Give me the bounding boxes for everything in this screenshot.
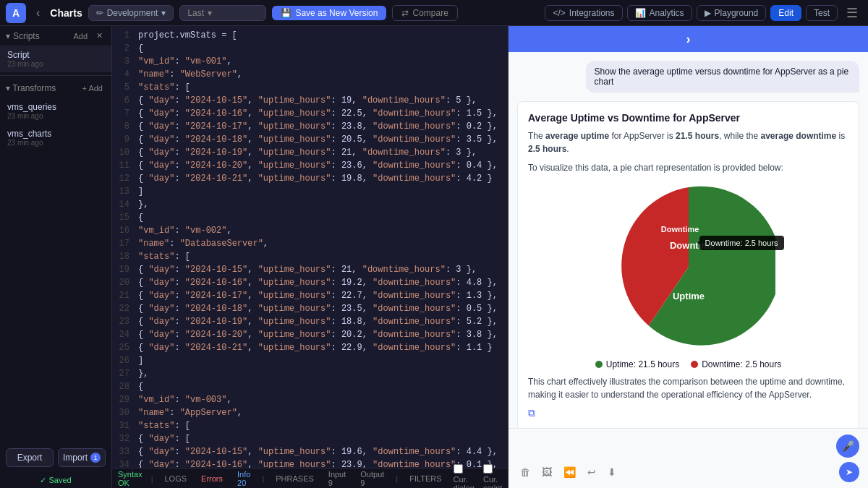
line-number: 7 xyxy=(112,107,138,120)
filters-tab[interactable]: FILTERS xyxy=(407,474,444,483)
branch-selector[interactable]: ✏ Development ▾ xyxy=(88,5,174,21)
line-number: 27 xyxy=(112,367,138,380)
chart-description-1: The average uptime for AppServer is 21.5… xyxy=(528,129,848,155)
scripts-toggle[interactable]: ▾ Scripts xyxy=(6,31,40,41)
sidebar-bottom: Export Import 1 xyxy=(0,442,111,473)
line-number: 5 xyxy=(112,81,138,94)
back-button[interactable]: ‹ xyxy=(32,5,44,21)
line-content: { "day": "2024-10-15", "uptime_hours": 2… xyxy=(138,263,477,276)
line-number: 11 xyxy=(112,159,138,172)
code-line-6: 6 { "day": "2024-10-15", "uptime_hours":… xyxy=(112,94,508,107)
code-line-8: 8 { "day": "2024-10-17", "uptime_hours":… xyxy=(112,120,508,133)
line-content: { "day": "2024-10-21", "uptime_hours": 2… xyxy=(138,341,493,354)
line-content: { "day": "2024-10-15", "uptime_hours": 1… xyxy=(138,445,498,458)
import-button[interactable]: Import 1 xyxy=(58,448,106,467)
line-content: { xyxy=(138,42,143,55)
code-line-9: 9 { "day": "2024-10-18", "uptime_hours":… xyxy=(112,133,508,146)
code-line-20: 20 { "day": "2024-10-16", "uptime_hours"… xyxy=(112,276,508,289)
edit-button[interactable]: Edit xyxy=(770,5,801,21)
export-button[interactable]: Export xyxy=(6,448,54,467)
panel-toggle-button[interactable]: › xyxy=(686,32,691,47)
code-content[interactable]: 1project.vmStats = [2 {3 "vm_id": "vm-00… xyxy=(112,26,508,468)
sidebar-item-vms-queries[interactable]: vms_queries 23 min ago xyxy=(0,98,111,124)
line-number: 19 xyxy=(112,263,138,276)
code-line-11: 11 { "day": "2024-10-20", "uptime_hours"… xyxy=(112,159,508,172)
info-tab[interactable]: Info 20 xyxy=(234,470,253,487)
code-line-29: 29 "vm_id": "vm-003", xyxy=(112,393,508,406)
chat-assistant-response: Average Uptime vs Downtime for AppServer… xyxy=(517,101,859,428)
line-content: { "day": "2024-10-16", "uptime_hours": 2… xyxy=(138,107,498,120)
image-button[interactable]: 🖼 xyxy=(539,463,555,481)
mic-button[interactable]: 🎤 xyxy=(836,435,859,458)
errors-tab[interactable]: Errors xyxy=(198,474,226,483)
line-number: 20 xyxy=(112,276,138,289)
analytics-icon: 📊 xyxy=(635,8,646,18)
playground-button[interactable]: ▶ Playground xyxy=(697,5,767,21)
output-tab[interactable]: Output 9 xyxy=(357,470,387,487)
download-button[interactable]: ⬇ xyxy=(605,463,619,481)
analytics-button[interactable]: 📊 Analytics xyxy=(627,5,692,21)
compare-button[interactable]: ⇄ Compare xyxy=(392,5,457,21)
rewind-button[interactable]: ⏪ xyxy=(561,463,579,481)
line-number: 4 xyxy=(112,68,138,81)
cur-script-checkbox[interactable] xyxy=(483,464,493,474)
line-number: 13 xyxy=(112,185,138,198)
line-content: "name": "DatabaseServer", xyxy=(138,237,268,250)
code-line-5: 5 "stats": [ xyxy=(112,81,508,94)
chart-description-2: To visualize this data, a pie chart repr… xyxy=(528,161,848,174)
trash-chat-button[interactable]: 🗑 xyxy=(517,463,533,481)
line-number: 16 xyxy=(112,224,138,237)
line-number: 12 xyxy=(112,172,138,185)
code-line-21: 21 { "day": "2024-10-17", "uptime_hours"… xyxy=(112,289,508,302)
line-content: ] xyxy=(138,354,143,367)
code-line-13: 13 ] xyxy=(112,185,508,198)
add-script-button[interactable]: Add xyxy=(70,31,90,41)
code-line-14: 14 }, xyxy=(112,198,508,211)
code-line-22: 22 { "day": "2024-10-18", "uptime_hours"… xyxy=(112,302,508,315)
svg-text:Downtime: Downtime xyxy=(660,225,699,234)
phrases-tab[interactable]: PHRASES xyxy=(273,474,317,483)
user-bubble: Show the average uptime versus downtime … xyxy=(586,61,859,93)
logs-tab[interactable]: LOGS xyxy=(162,474,190,483)
integrations-icon: </> xyxy=(553,8,565,18)
cur-dialog-checkbox[interactable] xyxy=(454,464,463,474)
transforms-toggle[interactable]: ▾ Transforms xyxy=(6,83,56,93)
line-content: { "day": "2024-10-18", "uptime_hours": 2… xyxy=(138,302,498,315)
close-scripts-button[interactable]: ✕ xyxy=(93,30,106,41)
undo-button[interactable]: ↩ xyxy=(584,463,599,481)
code-line-26: 26 ] xyxy=(112,354,508,367)
vms-queries-time: 23 min ago xyxy=(7,112,104,120)
add-transform-button[interactable]: + Add xyxy=(80,83,106,93)
transforms-add-area: + Add xyxy=(80,83,106,93)
input-tab[interactable]: Input 9 xyxy=(326,470,349,487)
test-button[interactable]: Test xyxy=(806,5,838,21)
line-content: { "day": "2024-10-19", "uptime_hours": 1… xyxy=(138,315,498,328)
code-line-10: 10 { "day": "2024-10-19", "uptime_hours"… xyxy=(112,146,508,159)
compare-icon: ⇄ xyxy=(401,8,409,18)
line-number: 3 xyxy=(112,55,138,68)
line-number: 15 xyxy=(112,211,138,224)
last-selector[interactable]: Last ▾ xyxy=(179,5,266,21)
line-number: 8 xyxy=(112,120,138,133)
send-button[interactable]: ➤ xyxy=(839,462,859,482)
chat-area: Show the average uptime versus downtime … xyxy=(509,52,868,428)
integrations-button[interactable]: </> Integrations xyxy=(545,5,622,21)
line-content: { xyxy=(138,211,143,224)
save-icon: 💾 xyxy=(281,8,292,18)
pie-chart-svg: Downtime Uptime Uptime Downtime xyxy=(602,180,775,354)
code-line-30: 30 "name": "AppServer", xyxy=(112,406,508,419)
app-title: Charts xyxy=(50,7,82,19)
copy-icon[interactable]: ⧉ xyxy=(528,407,535,419)
compare-label: Compare xyxy=(412,8,448,18)
line-content: { "day": "2024-10-19", "uptime_hours": 2… xyxy=(138,146,477,159)
sidebar-item-vms-charts[interactable]: vms_charts 23 min ago xyxy=(0,124,111,151)
menu-button[interactable]: ☰ xyxy=(842,4,862,22)
line-content: { xyxy=(138,380,143,393)
save-label: Save as New Version xyxy=(295,8,378,18)
chat-user-message: Show the average uptime versus downtime … xyxy=(517,61,859,93)
line-content: { "day": "2024-10-20", "uptime_hours": 2… xyxy=(138,159,498,172)
chart-title: Average Uptime vs Downtime for AppServer xyxy=(528,112,848,124)
sidebar-item-script[interactable]: Script 23 min ago xyxy=(0,46,111,72)
save-button[interactable]: 💾 Save as New Version xyxy=(272,6,386,20)
code-line-4: 4 "name": "WebServer", xyxy=(112,68,508,81)
